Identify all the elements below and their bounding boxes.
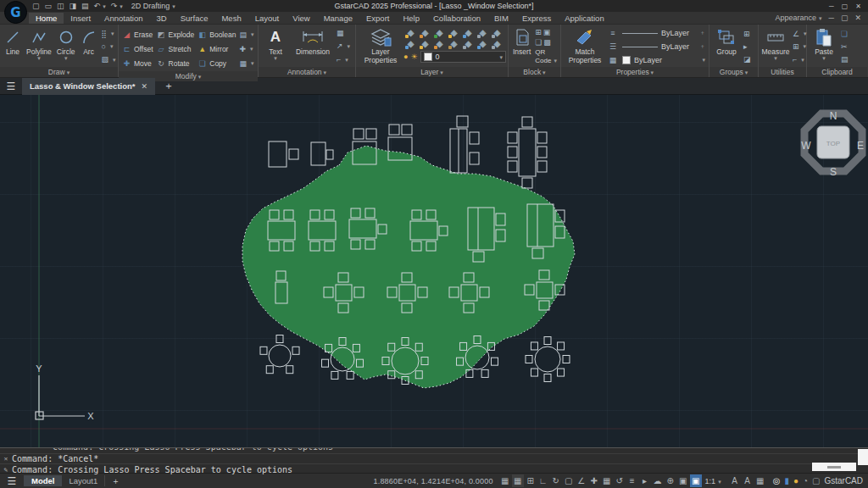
layer-tool-icon[interactable]: ◈ — [476, 39, 490, 50]
layer-on-icon[interactable]: ● — [403, 53, 408, 61]
group-button[interactable]: Group — [711, 26, 742, 67]
cut-clip-button[interactable]: ✂ — [841, 42, 849, 51]
tab-manage[interactable]: Manage — [317, 13, 359, 24]
selection-cycling-toggle[interactable]: ▸ — [639, 474, 651, 487]
open-file-icon[interactable]: ▭ — [45, 2, 53, 10]
maximize-button[interactable]: ▢ — [842, 3, 849, 10]
panel-label-layer[interactable]: Layer — [356, 67, 508, 77]
explode-button[interactable]: ◩Explode — [157, 27, 195, 42]
layer-properties-button[interactable]: Layer Properties — [358, 26, 403, 67]
layer-tool-icon[interactable]: ◈ — [447, 39, 461, 50]
layer-tool-icon[interactable]: ◈ — [432, 39, 447, 50]
redo-button[interactable]: ↷ — [111, 2, 123, 10]
layer-tool-icon[interactable]: ◈ — [418, 28, 432, 39]
layout1-tab[interactable]: Layout1 — [62, 475, 105, 486]
layer-dropdown[interactable]: 0 — [420, 51, 506, 63]
undo-button[interactable]: ↶ — [94, 2, 106, 10]
tab-layout[interactable]: Layout — [248, 13, 287, 24]
command-input-text[interactable]: Command: Crossing Lasso Press Spacebar t… — [12, 465, 292, 474]
layer-tool-icon[interactable]: ◈ — [490, 28, 504, 39]
rotate-button[interactable]: ↻Rotate — [157, 56, 195, 70]
tab-annotation[interactable]: Annotation — [97, 13, 149, 24]
snap-mode-toggle[interactable]: ⊞ — [525, 474, 537, 487]
transparency-toggle[interactable]: ⊕ — [665, 474, 676, 487]
lineweight-dropdown[interactable]: ≡ ByLayer＋ — [607, 27, 707, 39]
text-button[interactable]: A Text▾ — [260, 26, 291, 67]
boolean-button[interactable]: ◧Boolean — [198, 27, 236, 42]
color-dropdown[interactable]: ▦ ByLayer▾ — [607, 54, 707, 66]
print-icon[interactable]: ▤ — [81, 2, 89, 10]
polar-toggle[interactable]: ↻ — [550, 474, 562, 487]
layer-tool-icon[interactable]: ◈ — [476, 28, 490, 39]
paste-button[interactable]: Paste▾ — [809, 26, 839, 67]
viewcube-south[interactable]: S — [830, 166, 837, 178]
offset-button[interactable]: ⊏Offset — [122, 42, 153, 56]
layer-tool-icon[interactable]: ◈ — [432, 28, 447, 39]
qr-code-button[interactable]: ❏▩ — [535, 38, 557, 47]
calculator-button[interactable]: ⊞ — [793, 42, 807, 51]
ungroup-button[interactable]: ⊞ — [743, 30, 751, 38]
table-tool-button[interactable]: ▦ — [337, 29, 350, 37]
panel-label-properties[interactable]: Properties — [561, 67, 709, 77]
annotation-scale-dropdown[interactable]: 1:1 — [705, 477, 721, 485]
point-tool-button[interactable]: ⣿ — [102, 29, 116, 38]
layer-tool-icon[interactable]: ◈ — [418, 39, 432, 50]
copy-button[interactable]: ❏Copy — [198, 56, 236, 70]
insert-button[interactable]: Insert — [510, 26, 533, 67]
tab-bim[interactable]: BIM — [487, 13, 515, 24]
viewcube-east[interactable]: E — [857, 140, 864, 152]
viewcube-top-face[interactable]: TOP — [826, 140, 840, 147]
tab-collaboration[interactable]: Collaboration — [426, 13, 487, 24]
dimension-button[interactable]: Dimension — [291, 26, 335, 67]
tab-help[interactable]: Help — [396, 13, 426, 24]
clean-screen-icon[interactable]: ◎ — [773, 475, 781, 487]
snap-grid-toggle[interactable]: ▦ — [601, 474, 613, 487]
layer-tool-icon[interactable]: ◈ — [403, 28, 418, 39]
command-vertical-scrollbar[interactable] — [858, 449, 868, 465]
move-button[interactable]: ✚Move — [122, 56, 153, 70]
stretch-button[interactable]: ▱Stretch — [157, 42, 195, 56]
polyline-button[interactable]: Polyline▾ — [24, 26, 54, 67]
save-as-icon[interactable]: ◨ — [70, 2, 77, 10]
command-horizontal-scrollbar[interactable] — [812, 463, 856, 471]
tab-3d[interactable]: 3D — [150, 13, 174, 24]
tab-view[interactable]: View — [286, 13, 316, 24]
panel-label-block[interactable]: Block — [509, 67, 560, 77]
tab-close-icon[interactable]: ✕ — [142, 82, 148, 91]
measure-button[interactable]: Measure▾ — [760, 26, 791, 67]
dynamic-input-toggle[interactable]: ▢ — [563, 474, 575, 487]
tab-home[interactable]: Home — [29, 13, 64, 24]
layer-tool-icon[interactable]: ◈ — [490, 39, 504, 50]
array-tool-button[interactable]: ▤ — [239, 30, 253, 39]
id-point-button[interactable]: ⌐ — [793, 55, 807, 64]
new-document-button[interactable]: ＋ — [164, 79, 174, 93]
osnap-toggle[interactable]: ∠ — [576, 474, 587, 487]
qr-code-label[interactable]: QR Code — [535, 48, 557, 65]
layer-tool-icon[interactable]: ◈ — [447, 28, 461, 39]
tips-bulb-icon[interactable]: ● — [793, 475, 798, 487]
display-icon[interactable]: ▢ — [812, 475, 820, 487]
panel-label-clipboard[interactable]: Clipboard — [807, 67, 867, 77]
layer-tool-icon[interactable]: ◈ — [403, 39, 418, 50]
viewcube[interactable]: TOP N S W E — [801, 110, 864, 178]
angle-tool-button[interactable]: ∠ — [793, 29, 807, 38]
copy-base-button[interactable]: ▤ — [841, 55, 849, 64]
mirror-button[interactable]: ▲Mirror — [198, 42, 236, 56]
group-select-button[interactable]: ◪ — [743, 55, 751, 64]
trim-tool-button[interactable]: ▦ — [239, 58, 253, 68]
layer-dropdown-arrow[interactable] — [497, 53, 503, 61]
copy-clip-button[interactable]: ❏ — [841, 30, 849, 38]
quick-properties-toggle[interactable]: ▣ — [677, 474, 689, 487]
tab-express[interactable]: Express — [515, 13, 558, 24]
tab-mesh[interactable]: Mesh — [214, 13, 248, 24]
save-icon[interactable]: ◫ — [57, 2, 64, 10]
erase-button[interactable]: ◢Erase — [122, 27, 153, 42]
ucs-toggle[interactable]: ↺ — [614, 474, 626, 487]
cloud-sync-icon[interactable]: ▮ — [784, 475, 789, 487]
drawing-canvas[interactable]: TOP N S W E Y X — [0, 95, 868, 447]
doc-minimize-button[interactable]: ─ — [829, 14, 834, 22]
new-file-icon[interactable]: ▢ — [32, 2, 40, 10]
workspace-switch-toggle[interactable]: ▣ — [690, 474, 702, 487]
leader-tool-button[interactable]: ↗ — [337, 42, 350, 51]
match-properties-button[interactable]: Match Properties — [563, 26, 607, 67]
